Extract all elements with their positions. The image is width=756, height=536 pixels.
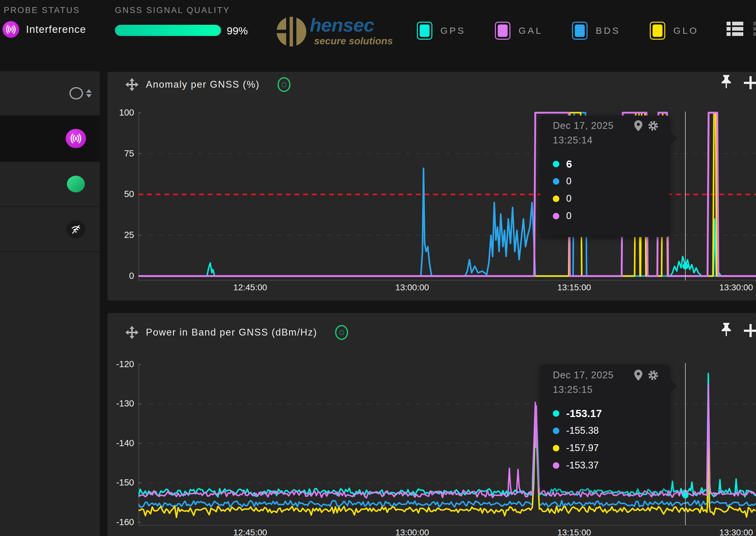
tooltip-time: 13:25:15 (553, 384, 670, 395)
move-icon[interactable] (125, 326, 139, 339)
tooltip-rows: 6000 (553, 155, 670, 225)
tooltip-row-gal: -153.37 (553, 457, 670, 474)
tooltip-row-gps: 6 (553, 155, 670, 173)
logo-mark-icon (274, 16, 308, 50)
tooltip-notch (669, 378, 677, 394)
status-ring-icon[interactable] (277, 77, 291, 92)
logo: hensec secure solutions (274, 16, 393, 50)
interference-icon (66, 129, 86, 148)
sorter-carets-icon (86, 89, 92, 98)
bds-chip-icon (572, 22, 587, 40)
tooltip-time: 13:25:14 (553, 135, 670, 146)
sidebar-item-status-ok[interactable] (0, 161, 100, 206)
sidebar-item-jamming[interactable] (0, 206, 100, 251)
tooltip-value: 0 (566, 176, 571, 187)
probe-circle-icon (69, 87, 83, 99)
location-pin-icon[interactable] (634, 369, 643, 381)
y-tick-25: 25 (106, 230, 134, 240)
tooltip-value: -157.97 (566, 443, 599, 453)
sidebar-divider (0, 251, 100, 252)
y-tick--120: -120 (106, 359, 134, 369)
glo-dot-icon (553, 445, 559, 452)
power-tooltip: Dec 17, 2025 13:25:15 -153.17-155.38-157… (540, 365, 670, 488)
signal-quality-label: GNSS SIGNAL QUALITY (115, 6, 230, 15)
legend-label: GAL (519, 25, 543, 36)
y-tick-100: 100 (106, 108, 134, 118)
panel-anomaly-header: Anomaly per GNSS (%) (125, 75, 291, 94)
signal-quality-percent: 99% (227, 25, 248, 37)
add-icon[interactable] (743, 323, 756, 338)
status-ring-icon[interactable] (335, 325, 348, 340)
glo-dot-icon (553, 195, 559, 202)
tooltip-value: -153.17 (566, 407, 602, 419)
y-tick--130: -130 (106, 398, 134, 409)
signal-quality-bar (115, 25, 222, 36)
x-tick-13:15:00: 13:15:00 (550, 283, 599, 292)
sidebar-item-probe-selector[interactable] (0, 71, 100, 115)
signal-quality-fill (115, 25, 221, 36)
y-tick--140: -140 (106, 438, 134, 448)
logo-tagline: secure solutions (314, 36, 393, 46)
glo-chip-icon (650, 22, 665, 40)
y-tick-75: 75 (106, 149, 134, 159)
probe-status-value: Interference (26, 23, 86, 35)
gal-dot-icon (553, 462, 559, 469)
interference-icon (3, 21, 19, 38)
panel-power-title: Power in Band per GNSS (dBm/Hz) (146, 327, 317, 338)
location-pin-icon[interactable] (634, 120, 643, 132)
x-tick-13:15:00: 13:15:00 (550, 528, 599, 536)
legend-item-bds[interactable]: BDS (572, 22, 620, 40)
tooltip-value: 0 (566, 210, 571, 221)
legend-item-gal[interactable]: GAL (495, 22, 543, 40)
add-icon[interactable] (743, 76, 756, 90)
panel-anomaly-title: Anomaly per GNSS (%) (146, 79, 260, 90)
tooltip-value: 6 (566, 158, 572, 170)
clipped-edge-icon[interactable] (753, 21, 756, 37)
tooltip-notch (669, 130, 677, 147)
y-tick--150: -150 (106, 478, 134, 488)
bds-dot-icon (553, 178, 559, 184)
sidebar-item-interference[interactable] (0, 115, 100, 161)
tooltip-date: Dec 17, 2025 (553, 370, 634, 381)
tooltip-row-glo: 0 (553, 190, 670, 207)
tooltip-row-bds: -155.38 (553, 422, 670, 439)
move-icon[interactable] (125, 78, 139, 91)
logo-name: hensec (310, 16, 393, 35)
y-tick-0: 0 (106, 271, 134, 281)
tooltip-value: -155.38 (566, 425, 599, 436)
hover-marker (682, 492, 688, 498)
probe-status-label: PROBE STATUS (4, 6, 80, 15)
legend-label: BDS (596, 25, 620, 36)
legend-item-gps[interactable]: GPS (417, 22, 465, 40)
gnss-legend: GPSGALBDSGLO (417, 22, 728, 40)
wifi-off-icon (66, 220, 85, 238)
anomaly-tooltip: Dec 17, 2025 13:25:14 6000 (540, 116, 670, 237)
tooltip-value: -153.37 (566, 460, 599, 471)
y-tick-50: 50 (106, 189, 134, 199)
y-tick--160: -160 (106, 517, 134, 527)
gal-chip-icon (495, 22, 510, 40)
tooltip-date: Dec 17, 2025 (553, 120, 634, 131)
x-tick-13:30:00: 13:30:00 (711, 283, 756, 292)
pin-icon[interactable] (720, 74, 733, 90)
hover-marker (682, 263, 688, 269)
panel-power-header: Power in Band per GNSS (dBm/Hz) (125, 323, 348, 342)
gps-chip-icon (417, 22, 432, 40)
pin-icon[interactable] (720, 322, 733, 338)
tooltip-row-gal: 0 (553, 207, 670, 225)
x-tick-13:30:00: 13:30:00 (711, 528, 756, 536)
x-tick-13:00:00: 13:00:00 (388, 283, 437, 292)
gear-icon[interactable] (647, 369, 659, 381)
green-status-icon (67, 176, 85, 192)
sidebar (0, 71, 100, 536)
x-tick-13:00:00: 13:00:00 (388, 528, 437, 536)
gps-dot-icon (553, 161, 559, 167)
gear-icon[interactable] (647, 120, 659, 132)
probe-status: Interference (3, 21, 86, 38)
tooltip-row-glo: -157.97 (553, 439, 670, 457)
legend-item-glo[interactable]: GLO (650, 22, 698, 40)
tooltip-row-bds: 0 (553, 173, 670, 190)
x-tick-12:45:00: 12:45:00 (226, 528, 275, 536)
dashboard-list-icon[interactable] (727, 21, 743, 37)
tooltip-row-gps: -153.17 (553, 405, 670, 422)
